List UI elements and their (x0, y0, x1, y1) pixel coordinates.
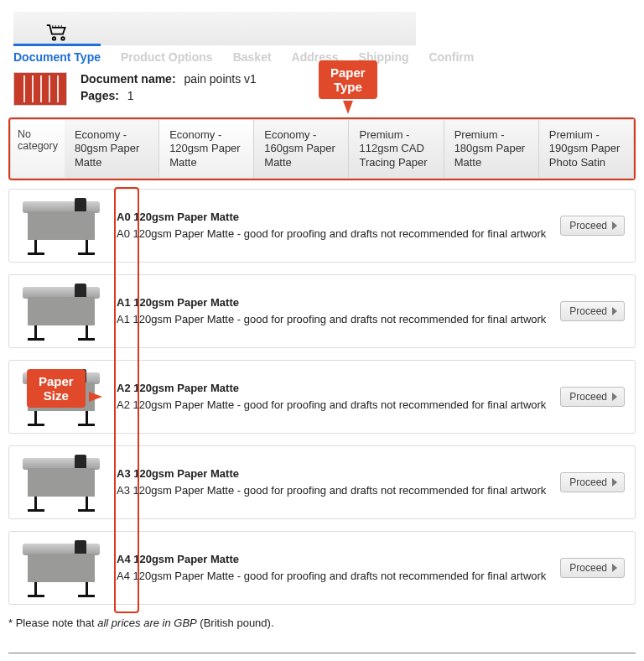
footnote-prefix: * Please note that (8, 617, 97, 629)
product-title: A3 120gsm Paper Matte (117, 466, 550, 481)
product-description: A3 120gsm Paper Matte - good for proofin… (117, 483, 550, 498)
tab-no-category[interactable]: No category (10, 119, 65, 179)
proceed-button-label: Proceed (569, 476, 607, 488)
paper-type-tab[interactable]: Premium - 190gsm Paper Photo Satin (539, 119, 634, 179)
chevron-right-icon (612, 564, 617, 572)
footer-divider (8, 653, 636, 653)
product-row: A1 120gsm Paper MatteA1 120gsm Paper Mat… (8, 274, 636, 348)
paper-type-tabs: No category Economy - 80gsm Paper MatteE… (8, 117, 636, 180)
doc-pages-label: Pages: (80, 89, 119, 102)
arrow-down-icon (343, 101, 353, 114)
product-row: A3 120gsm Paper MatteA3 120gsm Paper Mat… (8, 445, 636, 519)
product-row: A2 120gsm Paper MatteA2 120gsm Paper Mat… (8, 360, 636, 434)
proceed-button-label: Proceed (569, 220, 607, 232)
paper-type-tab[interactable]: Economy - 160gsm Paper Matte (254, 119, 349, 179)
product-row: A4 120gsm Paper MatteA4 120gsm Paper Mat… (8, 531, 636, 605)
footnote-suffix: (British pound). (197, 617, 274, 629)
product-list: Paper Size A0 120gsm Paper MatteA0 120gs… (8, 189, 636, 605)
proceed-button[interactable]: Proceed (560, 472, 625, 492)
step-basket[interactable]: Basket (233, 50, 272, 64)
proceed-button[interactable]: Proceed (560, 387, 625, 407)
product-description: A2 120gsm Paper Matte - good for proofin… (117, 398, 550, 413)
chevron-right-icon (612, 221, 617, 230)
proceed-button-label: Proceed (569, 562, 607, 574)
document-thumbnail (13, 72, 67, 106)
product-description: A0 120gsm Paper Matte - good for proofin… (117, 226, 550, 242)
product-text: A3 120gsm Paper MatteA3 120gsm Paper Mat… (117, 466, 550, 498)
product-description: A1 120gsm Paper Matte - good for proofin… (117, 312, 550, 327)
product-text: A0 120gsm Paper MatteA0 120gsm Paper Mat… (117, 210, 550, 242)
svg-point-1 (61, 37, 65, 40)
price-footnote: * Please note that all prices are in GBP… (8, 617, 636, 629)
doc-name-value: pain points v1 (184, 72, 256, 86)
step-document-type: Document Type (13, 50, 101, 64)
footnote-emphasis: all prices are in GBP (97, 617, 197, 629)
chevron-right-icon (612, 478, 617, 487)
paper-type-tab[interactable]: Premium - 180gsm Paper Matte (444, 119, 539, 179)
product-title: A1 120gsm Paper Matte (117, 295, 550, 310)
plotter-icon (16, 282, 106, 341)
svg-point-0 (53, 37, 56, 40)
annotation-paper-size-label: Paper Size (27, 369, 86, 408)
proceed-button[interactable]: Proceed (560, 216, 625, 236)
product-title: A4 120gsm Paper Matte (117, 552, 550, 567)
plotter-icon (16, 453, 106, 512)
product-title: A2 120gsm Paper Matte (117, 381, 550, 396)
annotation-paper-size: Paper Size (27, 369, 102, 408)
proceed-button[interactable]: Proceed (560, 301, 625, 321)
page-header (13, 12, 416, 45)
plotter-icon (16, 196, 106, 255)
doc-name-label: Document name: (80, 72, 176, 86)
product-text: A2 120gsm Paper MatteA2 120gsm Paper Mat… (117, 381, 550, 413)
proceed-button-label: Proceed (569, 305, 607, 317)
product-title: A0 120gsm Paper Matte (117, 210, 550, 225)
step-product-options[interactable]: Product Options (121, 50, 213, 64)
annotation-paper-type: Paper Type (319, 60, 377, 114)
product-description: A4 120gsm Paper Matte - good for proofin… (117, 569, 550, 584)
product-row: A0 120gsm Paper MatteA0 120gsm Paper Mat… (8, 189, 636, 263)
paper-type-tab[interactable]: Economy - 120gsm Paper Matte (159, 119, 254, 179)
paper-type-tab[interactable]: Economy - 80gsm Paper Matte (65, 119, 159, 179)
doc-pages-value: 1 (127, 89, 134, 102)
cart-icon (45, 23, 69, 44)
chevron-right-icon (612, 393, 617, 401)
product-text: A1 120gsm Paper MatteA1 120gsm Paper Mat… (117, 295, 550, 327)
arrow-right-icon (89, 392, 102, 402)
product-text: A4 120gsm Paper MatteA4 120gsm Paper Mat… (117, 552, 550, 584)
header-active-underline (13, 44, 101, 46)
annotation-paper-type-label: Paper Type (319, 60, 377, 99)
proceed-button[interactable]: Proceed (560, 558, 625, 578)
paper-type-tab[interactable]: Premium - 112gsm CAD Tracing Paper (349, 119, 444, 179)
plotter-icon (16, 539, 106, 597)
chevron-right-icon (612, 307, 617, 315)
step-confirm[interactable]: Confirm (429, 50, 475, 64)
proceed-button-label: Proceed (569, 391, 607, 403)
